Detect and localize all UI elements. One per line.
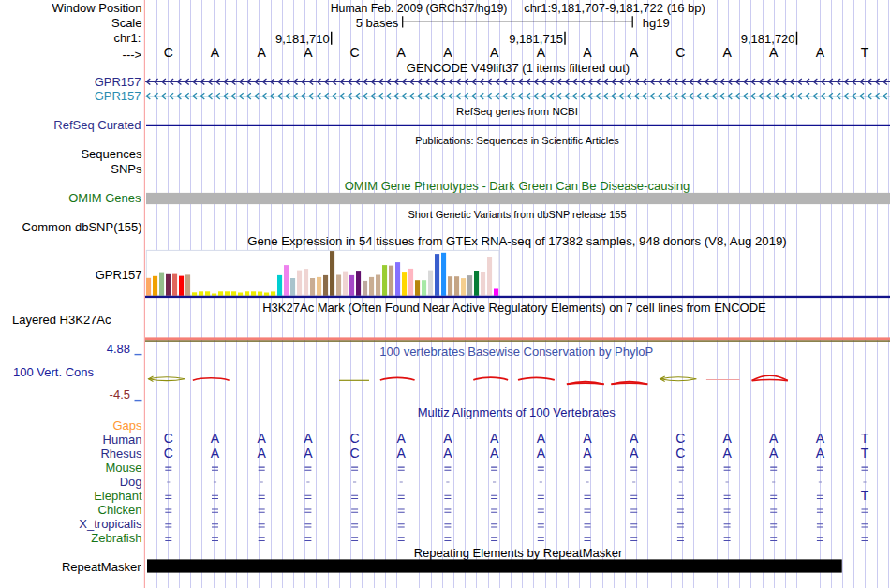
svg-text:GPR157: GPR157 — [95, 75, 141, 89]
svg-text:T: T — [861, 45, 869, 60]
svg-text:A: A — [490, 446, 499, 461]
svg-text:Sequences: Sequences — [81, 147, 142, 161]
svg-text:C: C — [675, 45, 685, 60]
svg-text:A: A — [211, 446, 220, 461]
svg-text:A: A — [397, 45, 407, 60]
svg-text:C: C — [350, 431, 360, 446]
svg-text:Common dbSNP(155): Common dbSNP(155) — [22, 220, 142, 234]
svg-text:OMIM Genes: OMIM Genes — [68, 191, 141, 205]
svg-text:C: C — [675, 431, 685, 446]
svg-text:A: A — [722, 45, 732, 60]
svg-text:GPR157: GPR157 — [96, 268, 142, 282]
svg-text:RepeatMasker: RepeatMasker — [62, 560, 141, 574]
svg-text:A: A — [443, 431, 452, 446]
svg-text:A: A — [211, 45, 220, 60]
svg-text:GPR157: GPR157 — [95, 89, 141, 103]
svg-text:-4.5: -4.5 — [110, 388, 130, 402]
svg-text:A: A — [816, 431, 825, 446]
svg-text:GENCODE V49lift37 (1 items fil: GENCODE V49lift37 (1 items filtered out) — [407, 61, 630, 75]
svg-text:Dog: Dog — [120, 475, 142, 489]
svg-text:A: A — [490, 45, 499, 60]
svg-text:A: A — [722, 446, 732, 461]
svg-text:9,181,715: 9,181,715 — [509, 32, 563, 46]
svg-text:A: A — [630, 446, 639, 461]
svg-text:Scale: Scale — [111, 16, 142, 30]
svg-text:Gaps: Gaps — [112, 419, 142, 433]
svg-text:Repeating Elements by RepeatMa: Repeating Elements by RepeatMasker — [414, 546, 623, 560]
svg-text:A: A — [769, 431, 779, 446]
svg-text:H3K27Ac Mark (Often Found Near: H3K27Ac Mark (Often Found Near Active Re… — [262, 301, 766, 315]
svg-text:A: A — [583, 45, 592, 60]
svg-text:Window Position: Window Position — [52, 1, 141, 15]
svg-text:A: A — [304, 446, 313, 461]
svg-text:A: A — [490, 431, 499, 446]
svg-text:A: A — [583, 431, 592, 446]
svg-text:Short Genetic Variants from db: Short Genetic Variants from dbSNP releas… — [408, 209, 626, 220]
svg-text:A: A — [537, 431, 546, 446]
svg-text:--->: ---> — [123, 48, 142, 62]
svg-text:X_tropicalis: X_tropicalis — [79, 517, 142, 531]
svg-text:A: A — [816, 446, 825, 461]
svg-text:A: A — [537, 45, 546, 60]
svg-text:C: C — [350, 45, 360, 60]
svg-text:A: A — [443, 446, 452, 461]
svg-text:A: A — [397, 446, 407, 461]
svg-text:Mouse: Mouse — [105, 461, 141, 475]
svg-text:100 vertebrates Basewise Conse: 100 vertebrates Basewise Conservation by… — [379, 345, 653, 359]
svg-text:RefSeq Curated: RefSeq Curated — [53, 118, 141, 132]
svg-text:A: A — [537, 446, 546, 461]
svg-text:Chicken: Chicken — [98, 503, 142, 517]
svg-text:T: T — [861, 488, 869, 503]
svg-text:C: C — [164, 45, 173, 60]
svg-text:5 bases: 5 bases — [356, 16, 399, 30]
svg-text:A: A — [304, 45, 313, 60]
svg-text:4.88: 4.88 — [107, 342, 130, 356]
svg-text:A: A — [258, 45, 267, 60]
svg-text:A: A — [397, 431, 407, 446]
svg-text:T: T — [861, 431, 869, 446]
svg-text:Elephant: Elephant — [94, 489, 142, 503]
svg-text:A: A — [211, 431, 220, 446]
svg-text:9,181,710: 9,181,710 — [275, 32, 330, 46]
svg-text:C: C — [164, 431, 173, 446]
svg-text:C: C — [164, 446, 173, 461]
svg-text:A: A — [769, 446, 779, 461]
svg-text:A: A — [630, 431, 639, 446]
svg-text:A: A — [443, 45, 452, 60]
svg-text:9,181,720: 9,181,720 — [741, 32, 795, 46]
svg-text:Human: Human — [103, 433, 142, 447]
svg-text:Publications: Sequences in Sci: Publications: Sequences in Scientific Ar… — [415, 135, 619, 146]
svg-text:Gene Expression in 54 tissues: Gene Expression in 54 tissues from GTEx … — [247, 234, 786, 248]
svg-text:OMIM Gene Phenotypes - Dark Gr: OMIM Gene Phenotypes - Dark Green Can Be… — [345, 179, 690, 193]
svg-text:A: A — [258, 431, 267, 446]
svg-text:SNPs: SNPs — [111, 162, 142, 176]
svg-text:Multiz Alignments of 100 Verte: Multiz Alignments of 100 Vertebrates — [418, 405, 616, 419]
svg-text:hg19: hg19 — [643, 16, 670, 30]
svg-text:C: C — [350, 446, 360, 461]
svg-text:Rhesus: Rhesus — [100, 447, 142, 461]
svg-text:chr1:: chr1: — [113, 31, 141, 45]
svg-text:C: C — [675, 446, 685, 461]
svg-text:Layered H3K27Ac: Layered H3K27Ac — [12, 313, 111, 327]
svg-text:chr1:9,181,707-9,181,722 (16 b: chr1:9,181,707-9,181,722 (16 bp) — [524, 1, 705, 15]
svg-text:T: T — [861, 446, 869, 461]
svg-text:A: A — [816, 45, 825, 60]
svg-text:A: A — [722, 431, 732, 446]
svg-text:A: A — [304, 431, 313, 446]
svg-text:100 Vert. Cons: 100 Vert. Cons — [13, 365, 94, 379]
svg-text:A: A — [583, 446, 592, 461]
svg-text:Human Feb. 2009 (GRCh37/hg19): Human Feb. 2009 (GRCh37/hg19) — [331, 2, 508, 15]
svg-text:Zebrafish: Zebrafish — [91, 531, 141, 545]
svg-text:RefSeq genes from NCBI: RefSeq genes from NCBI — [456, 106, 578, 117]
svg-text:A: A — [630, 45, 639, 60]
svg-text:A: A — [769, 45, 779, 60]
svg-text:A: A — [258, 446, 267, 461]
